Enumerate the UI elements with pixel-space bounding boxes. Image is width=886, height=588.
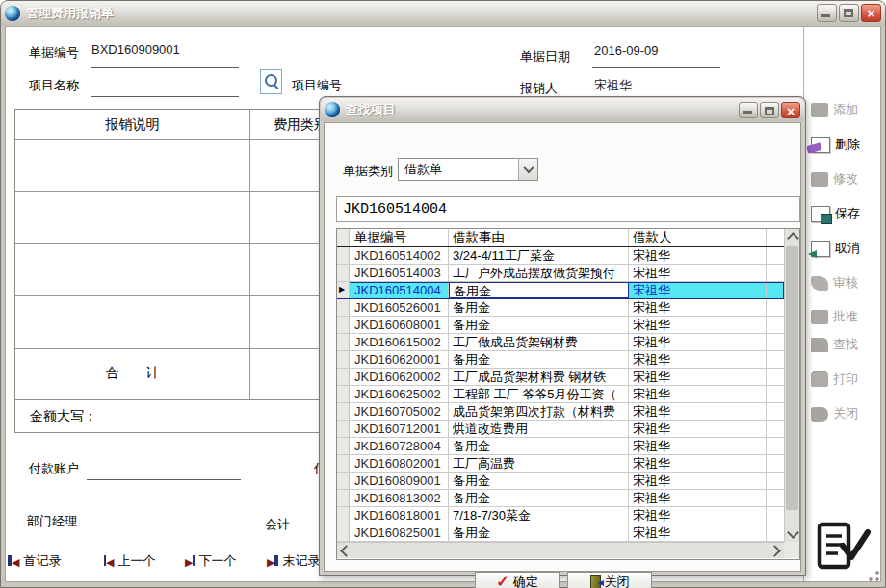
add-icon xyxy=(811,103,828,117)
app-screenshot: 管理费用报销单 × 单据编号 BXD160909001 项目名称 项目编号 单据… xyxy=(0,0,886,588)
scroll-down-icon[interactable] xyxy=(787,526,799,539)
cell-loan-reason: 工厂户外成品摆放做货架预付 xyxy=(449,265,629,281)
cell-borrower: 宋祖华 xyxy=(629,490,767,506)
cell-doc-no: JKD160813002 xyxy=(350,490,449,506)
cell-borrower: 宋祖华 xyxy=(629,369,767,385)
close-button[interactable]: 关闭 xyxy=(811,405,880,422)
edit-button[interactable]: 修改 xyxy=(811,170,880,188)
row-header-cell xyxy=(337,455,350,472)
dialog-minimize-button[interactable] xyxy=(739,102,758,118)
row-header-cell xyxy=(337,507,350,524)
dialog-close-action-button[interactable]: 关闭 xyxy=(567,572,652,588)
table-row[interactable]: JKD160608001 备用金 宋祖华 xyxy=(337,317,784,334)
dialog-maximize-button[interactable] xyxy=(760,102,779,118)
table-row[interactable]: JKD160818001 7/18-7/30菜金 宋祖华 xyxy=(337,507,784,524)
reimburser-label: 报销人 xyxy=(520,80,558,97)
pay-account-input[interactable] xyxy=(87,479,241,480)
table-row[interactable]: JKD160514003 工厂户外成品摆放做货架预付 宋祖华 xyxy=(337,265,784,282)
table-row[interactable]: JKD160813002 备用金 宋祖华 xyxy=(337,490,784,507)
table-row[interactable]: JKD160825001 备用金 宋祖华 xyxy=(337,524,784,542)
cell-doc-no: JKD160526001 xyxy=(350,299,449,316)
table-row[interactable]: JKD160620002 工厂成品货架材料费 钢材铁 宋祖华 xyxy=(337,369,784,386)
cell-doc-no: JKD160514002 xyxy=(350,247,449,264)
pay-account-label: 付款账户 xyxy=(29,460,79,477)
scroll-right-icon[interactable] xyxy=(769,545,781,557)
vertical-scroll-thumb[interactable] xyxy=(786,246,798,510)
main-titlebar: 管理费用报销单 × xyxy=(1,1,885,25)
cancel-button[interactable]: 取消 xyxy=(811,240,880,257)
save-icon xyxy=(811,206,830,222)
find-button[interactable]: 查找 xyxy=(811,336,880,353)
project-name-input[interactable] xyxy=(91,96,239,97)
table-row[interactable]: JKD160809001 备用金 宋祖华 xyxy=(337,473,784,490)
cell-doc-no: JKD160625002 xyxy=(350,386,449,402)
header-loan-reason[interactable]: 借款事由 xyxy=(449,229,629,246)
cell-borrower: 宋祖华 xyxy=(629,247,767,264)
cell-doc-no: JKD160802001 xyxy=(350,455,449,472)
cell-borrower: 宋祖华 xyxy=(629,421,767,437)
scroll-left-icon[interactable] xyxy=(340,545,352,557)
cell-loan-reason: 备用金 xyxy=(449,317,629,333)
close-button[interactable]: × xyxy=(861,4,881,22)
approve-icon xyxy=(811,310,828,324)
table-row[interactable]: JKD160728004 备用金 宋祖华 xyxy=(337,438,784,455)
cell-doc-no: JKD160712001 xyxy=(350,421,449,437)
vertical-scrollbar[interactable] xyxy=(784,229,799,542)
audit-button[interactable]: 审核 xyxy=(811,274,880,292)
minimize-button[interactable] xyxy=(817,4,837,22)
table-row[interactable]: ▶ JKD160514004 备用金 宋祖华 xyxy=(337,282,784,299)
combo-dropdown-button[interactable] xyxy=(518,159,537,180)
table-row[interactable]: JKD160615002 工厂做成品货架钢材费 宋祖华 xyxy=(337,334,784,351)
cell-loan-reason: 烘道改造费用 xyxy=(449,421,629,437)
horizontal-scrollbar[interactable] xyxy=(337,542,784,558)
cell-doc-no: JKD160514004 xyxy=(350,282,449,298)
doc-no-underline xyxy=(91,67,239,68)
maximize-icon xyxy=(844,9,853,17)
cell-doc-no: JKD160825001 xyxy=(350,524,449,541)
close-icon: × xyxy=(782,103,799,117)
table-row[interactable]: JKD160620001 备用金 宋祖华 xyxy=(337,351,784,369)
resize-grip[interactable] xyxy=(869,571,880,582)
table-row[interactable]: JKD160802001 工厂高温费 宋祖华 xyxy=(337,455,784,473)
row-header-cell xyxy=(337,299,350,316)
previous-record-button[interactable]: ◀ 上一个 xyxy=(104,552,155,570)
add-button[interactable]: 添加 xyxy=(811,101,880,118)
row-header-cell xyxy=(337,334,350,350)
first-record-button[interactable]: ◀ 首记录 xyxy=(8,552,61,570)
cell-loan-reason: 备用金 xyxy=(449,524,629,541)
header-borrower[interactable]: 借款人 xyxy=(629,229,767,246)
scroll-up-icon[interactable] xyxy=(787,232,799,244)
doc-date-value: 2016-09-09 xyxy=(594,43,659,58)
app-globe-icon xyxy=(5,6,20,21)
project-search-button[interactable] xyxy=(260,69,282,94)
maximize-button[interactable] xyxy=(839,4,859,22)
cell-loan-reason: 工厂高温费 xyxy=(449,455,629,472)
print-icon xyxy=(811,372,828,387)
magnifier-icon xyxy=(265,74,277,87)
table-row[interactable]: JKD160712001 烘道改造费用 宋祖华 xyxy=(337,421,784,438)
delete-button[interactable]: 删除 xyxy=(811,136,880,153)
doc-type-select[interactable]: 借款单 xyxy=(398,158,538,181)
doc-search-input[interactable]: JKD160514004 xyxy=(336,196,800,222)
save-button[interactable]: 保存 xyxy=(811,205,880,222)
table-row[interactable]: JKD160705002 成品货架第四次打款（材料费 宋祖华 xyxy=(337,403,784,421)
table-row[interactable]: JKD160526001 备用金 宋祖华 xyxy=(337,299,784,317)
last-record-button[interactable]: ▶ 末记录 xyxy=(267,552,320,570)
dialog-close-button[interactable]: × xyxy=(781,102,800,118)
doc-no-value: BXD160909001 xyxy=(91,42,180,57)
ok-button[interactable]: ✓ 确定 xyxy=(475,572,560,588)
expense-col-desc-header: 报销说明 xyxy=(15,116,249,134)
row-header-cell xyxy=(337,351,350,368)
cell-borrower: 宋祖华 xyxy=(629,403,767,420)
cell-borrower: 宋祖华 xyxy=(629,455,767,472)
check-icon: ✓ xyxy=(496,575,508,588)
print-button[interactable]: 打印 xyxy=(811,371,880,388)
lookup-table-header: 单据编号 借款事由 借款人 xyxy=(337,229,784,247)
approve-button[interactable]: 批准 xyxy=(811,308,880,325)
table-row[interactable]: JKD160514002 3/24-4/11工厂菜金 宋祖华 xyxy=(337,247,784,265)
cancel-icon xyxy=(811,241,830,257)
header-doc-no[interactable]: 单据编号 xyxy=(350,229,449,246)
doc-type-selected-value: 借款单 xyxy=(399,161,518,178)
next-record-button[interactable]: ▶ 下一个 xyxy=(185,552,236,570)
table-row[interactable]: JKD160625002 工程部 工厂 爷爷5月份工资（ 宋祖华 xyxy=(337,386,784,403)
